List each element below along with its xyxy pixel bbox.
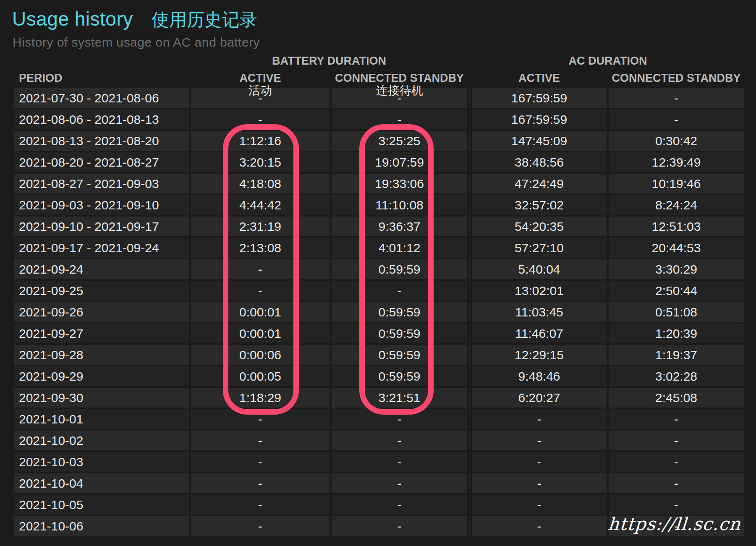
column-gap xyxy=(467,516,472,536)
cell-period: 2021-08-20 - 2021-08-27 xyxy=(14,152,189,172)
cell-period: 2021-08-06 - 2021-08-13 xyxy=(14,110,189,129)
cell-ac-active: - xyxy=(472,431,607,450)
cell-ac-active: 5:40:04 xyxy=(472,259,607,279)
column-gap xyxy=(467,174,472,193)
cell-ac-standby: 0:51:08 xyxy=(609,302,744,322)
column-gap xyxy=(467,217,472,236)
cell-period: 2021-09-27 xyxy=(14,324,189,343)
cell-period: 2021-07-30 - 2021-08-06 xyxy=(14,88,189,108)
column-gap xyxy=(467,110,472,129)
column-gap xyxy=(467,431,472,450)
column-gap xyxy=(467,324,472,343)
cell-period: 2021-09-17 - 2021-09-24 xyxy=(14,238,189,258)
cell-ac-active: 12:29:15 xyxy=(472,345,607,365)
annotation-active-chinese: 活动 xyxy=(249,83,272,99)
highlight-rect-battery-standby-column xyxy=(359,124,434,415)
cell-ac-active: 147:45:09 xyxy=(472,131,607,151)
page-title-english: Usage history xyxy=(12,8,133,30)
column-gap xyxy=(467,452,472,472)
cell-ac-standby: 0:30:42 xyxy=(609,131,744,151)
cell-ac-active: 47:24:49 xyxy=(472,174,607,193)
cell-ac-standby: 1:19:37 xyxy=(609,345,744,365)
cell-battery-standby: - xyxy=(332,452,467,472)
highlight-rect-battery-active-column xyxy=(223,124,299,415)
cell-period: 2021-10-06 xyxy=(14,516,189,536)
cell-ac-standby: - xyxy=(609,452,744,472)
cell-battery-active: - xyxy=(191,516,330,536)
cell-ac-standby: - xyxy=(609,473,744,493)
column-header-period: PERIOD xyxy=(19,72,189,84)
cell-ac-standby: - xyxy=(609,431,744,450)
cell-battery-active: - xyxy=(191,473,330,493)
cell-battery-standby: - xyxy=(332,495,467,515)
column-gap xyxy=(467,238,472,258)
cell-battery-active: - xyxy=(191,431,330,450)
cell-ac-active: 167:59:59 xyxy=(472,88,607,108)
cell-ac-standby: 2:45:08 xyxy=(609,388,744,408)
table-row: 2021-10-02---- xyxy=(14,431,744,450)
cell-period: 2021-08-13 - 2021-08-20 xyxy=(14,131,189,151)
cell-ac-active: 11:03:45 xyxy=(472,302,607,322)
watermark-url: https://ll.sc.cn xyxy=(607,514,741,534)
cell-ac-standby: - xyxy=(609,110,744,129)
cell-ac-standby: 3:02:28 xyxy=(609,366,744,386)
cell-battery-standby: - xyxy=(332,516,467,536)
cell-period: 2021-09-30 xyxy=(14,388,189,408)
cell-period: 2021-09-10 - 2021-09-17 xyxy=(14,217,189,236)
page-title-chinese-annotation: 使用历史记录 xyxy=(152,8,257,31)
cell-battery-active: - xyxy=(191,452,330,472)
cell-period: 2021-10-02 xyxy=(14,431,189,450)
cell-battery-standby: - xyxy=(332,431,467,450)
cell-ac-standby: 2:50:44 xyxy=(609,281,744,300)
cell-period: 2021-10-03 xyxy=(14,452,189,472)
cell-ac-active: 32:57:02 xyxy=(472,195,607,215)
cell-ac-active: 9:48:46 xyxy=(472,366,607,386)
cell-ac-active: 38:48:56 xyxy=(472,152,607,172)
column-gap xyxy=(467,88,472,108)
cell-ac-standby: 1:20:39 xyxy=(609,324,744,343)
table-row: 2021-10-04---- xyxy=(14,473,744,493)
column-gap xyxy=(467,195,472,215)
column-gap xyxy=(467,131,472,151)
cell-ac-active: - xyxy=(472,516,607,536)
cell-ac-active: - xyxy=(472,495,607,515)
cell-ac-active: 57:27:10 xyxy=(472,238,607,258)
page-subtitle: History of system usage on AC and batter… xyxy=(13,35,260,50)
cell-period: 2021-10-05 xyxy=(14,495,189,515)
cell-battery-standby: - xyxy=(332,473,467,493)
cell-ac-active: 167:59:59 xyxy=(472,110,607,129)
cell-ac-active: - xyxy=(472,452,607,472)
column-header-ac-active: ACTIVE xyxy=(472,72,607,84)
cell-ac-standby: 12:51:03 xyxy=(609,217,744,236)
cell-period: 2021-08-27 - 2021-09-03 xyxy=(14,174,189,193)
cell-period: 2021-09-03 - 2021-09-10 xyxy=(14,195,189,215)
cell-period: 2021-09-24 xyxy=(14,259,189,279)
column-header-ac-connected-standby: CONNECTED STANDBY xyxy=(609,72,744,84)
table-row: 2021-10-05---- xyxy=(14,495,744,515)
cell-period: 2021-10-04 xyxy=(14,473,189,493)
cell-ac-active: - xyxy=(472,473,607,493)
cell-period: 2021-10-01 xyxy=(14,409,189,429)
column-gap xyxy=(467,302,472,322)
cell-period: 2021-09-28 xyxy=(14,345,189,365)
column-gap xyxy=(467,281,472,300)
cell-ac-standby: 10:19:46 xyxy=(609,174,744,193)
table-row: 2021-10-03---- xyxy=(14,452,744,472)
column-gap xyxy=(467,345,472,365)
cell-ac-active: 13:02:01 xyxy=(472,281,607,300)
cell-ac-standby: - xyxy=(609,409,744,429)
column-gap xyxy=(467,259,472,279)
column-gap xyxy=(467,495,472,515)
cell-ac-standby: 8:24:24 xyxy=(609,195,744,215)
annotation-connected-standby-chinese: 连接待机 xyxy=(376,83,423,99)
battery-report-usage-history-page: Usage history 使用历史记录 History of system u… xyxy=(0,0,756,546)
cell-ac-standby: 3:30:29 xyxy=(609,259,744,279)
group-header-battery-duration: BATTERY DURATION xyxy=(191,55,467,67)
cell-battery-active: - xyxy=(191,495,330,515)
cell-period: 2021-09-29 xyxy=(14,366,189,386)
column-gap xyxy=(467,388,472,408)
group-header-ac-duration: AC DURATION xyxy=(472,55,744,67)
cell-ac-active: - xyxy=(472,409,607,429)
column-gap xyxy=(467,366,472,386)
cell-ac-standby: 12:39:49 xyxy=(609,152,744,172)
